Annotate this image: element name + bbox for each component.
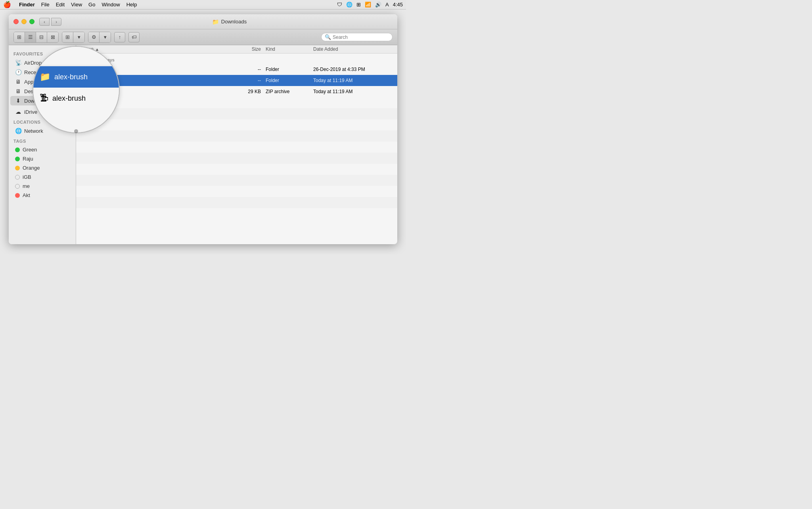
menu-file[interactable]: File xyxy=(41,2,50,8)
menu-go[interactable]: Go xyxy=(88,2,95,8)
sidebar-label-airdrop: AirDrop xyxy=(24,60,42,66)
sidebar-item-tag-raju[interactable]: Raju xyxy=(10,154,74,163)
sidebar-item-recents[interactable]: 🕐 Recents xyxy=(10,67,74,77)
col-size-header[interactable]: Size xyxy=(234,46,266,52)
view-list-btn[interactable]: ☰ xyxy=(25,32,36,42)
menu-edit[interactable]: Edit xyxy=(56,2,65,8)
traffic-lights xyxy=(13,19,34,24)
file-date-cell: Today at 11:19 AM xyxy=(313,78,393,83)
table-row-empty xyxy=(76,108,397,119)
tag-orange-dot xyxy=(15,166,20,170)
sidebar-label-tag-me: me xyxy=(23,183,30,189)
settings-btn-group: ⚙ ▾ xyxy=(88,32,111,43)
search-icon: 🔍 xyxy=(325,34,331,40)
back-button[interactable]: ‹ xyxy=(39,18,50,26)
view-columns-btn[interactable]: ⊟ xyxy=(36,32,47,42)
sidebar-item-tag-akt[interactable]: Akt xyxy=(10,191,74,200)
menu-window[interactable]: Window xyxy=(102,2,120,8)
table-row-empty xyxy=(76,197,397,208)
col-kind-header[interactable]: Kind xyxy=(266,46,313,52)
table-row-empty xyxy=(76,130,397,142)
file-size-cell: -- xyxy=(234,67,266,72)
search-input[interactable] xyxy=(333,34,389,40)
tag-btn[interactable]: 🏷 xyxy=(128,32,140,42)
apple-menu[interactable]: 🍎 xyxy=(3,1,11,8)
main-area: Favourites 📡 AirDrop 🕐 Recents 🖥 Applica… xyxy=(9,45,397,244)
sidebar-item-tag-me[interactable]: me xyxy=(10,182,74,191)
forward-button[interactable]: › xyxy=(51,18,61,26)
window-title: 📁 Downloads xyxy=(66,19,393,25)
file-size-cell: 29 KB xyxy=(234,89,266,94)
group-dropdown-btn[interactable]: ▾ xyxy=(73,32,84,42)
col-date-header[interactable]: Date Added xyxy=(313,46,393,52)
grid-icon[interactable]: ⊞ xyxy=(356,2,361,8)
maximize-button[interactable] xyxy=(29,19,34,24)
sidebar-item-idrive[interactable]: ☁ iDrive xyxy=(10,107,74,117)
table-row[interactable]: 🗜 alex-brush 29 KB ZIP archive Today at … xyxy=(76,86,397,97)
file-kind-cell: ZIP archive xyxy=(266,89,313,94)
sidebar-label-tag-orange: Orange xyxy=(23,165,40,171)
share-btn[interactable]: ↑ xyxy=(114,32,125,42)
file-kind-cell: Folder xyxy=(266,78,313,83)
group-btn[interactable]: ⊞ xyxy=(62,32,73,42)
minimize-button[interactable] xyxy=(21,19,27,24)
locations-section-title: Locations xyxy=(9,117,76,126)
sidebar-label-tag-igb: iGB xyxy=(23,174,31,180)
menu-view[interactable]: View xyxy=(71,2,82,8)
settings-dropdown-btn[interactable]: ▾ xyxy=(100,32,111,42)
sidebar-item-tag-green[interactable]: Green xyxy=(10,145,74,154)
sidebar-item-tag-igb[interactable]: iGB xyxy=(10,172,74,182)
nav-buttons: ‹ › xyxy=(39,18,61,26)
file-area: Name ▲ Size Kind Date Added Previous 7 D… xyxy=(76,45,397,244)
sidebar-item-downloads[interactable]: ⬇ Downloads xyxy=(10,96,74,105)
sidebar-label-tag-raju: Raju xyxy=(23,156,33,162)
file-name-cell: 📁 chen xyxy=(81,66,234,73)
menubar: 🍎 Finder File Edit View Go Window Help 🛡… xyxy=(0,0,406,10)
sidebar: Favourites 📡 AirDrop 🕐 Recents 🖥 Applica… xyxy=(9,45,76,244)
section-previous-days: Previous 7 Days xyxy=(76,54,397,64)
view-icon-btn[interactable]: ⊞ xyxy=(14,32,25,42)
col-name-header[interactable]: Name ▲ xyxy=(81,46,234,52)
table-row[interactable]: 📁 alex-brush -- Folder Today at 11:19 AM xyxy=(76,75,397,86)
wifi-icon[interactable]: 📶 xyxy=(365,2,371,8)
file-date-cell: Today at 11:19 AM xyxy=(313,89,393,94)
menu-help[interactable]: Help xyxy=(126,2,137,8)
sidebar-label-tag-akt: Akt xyxy=(23,192,30,198)
file-list: Previous 7 Days 📁 chen -- Folder 26-Dec-… xyxy=(76,54,397,244)
desktop-icon: 🖥 xyxy=(15,88,21,94)
recents-icon: 🕐 xyxy=(15,69,21,75)
close-button[interactable] xyxy=(13,19,19,24)
table-row-empty xyxy=(76,164,397,175)
group-btn-group: ⊞ ▾ xyxy=(62,32,85,43)
view-gallery-btn[interactable]: ⊠ xyxy=(47,32,58,42)
sidebar-item-desktop[interactable]: 🖥 Desktop xyxy=(10,86,74,96)
sidebar-item-airdrop[interactable]: 📡 AirDrop xyxy=(10,58,74,67)
file-name-cell: 📁 alex-brush xyxy=(81,77,234,84)
column-headers: Name ▲ Size Kind Date Added xyxy=(76,45,397,54)
keyboard-icon[interactable]: A xyxy=(385,2,389,8)
tag-igb-dot xyxy=(15,175,20,180)
volume-icon[interactable]: 🔊 xyxy=(375,2,381,8)
favourites-section-title: Favourites xyxy=(9,48,76,58)
file-date-cell: 26-Dec-2019 at 4:33 PM xyxy=(313,67,393,72)
finder-window: ‹ › 📁 Downloads ⊞ ☰ ⊟ ⊠ ⊞ ▾ ⚙ ▾ ↑ 🏷 🔍 xyxy=(9,14,397,244)
sidebar-item-applications[interactable]: 🖥 Applications xyxy=(10,77,74,86)
sidebar-item-tag-orange[interactable]: Orange xyxy=(10,163,74,172)
file-name-text: alex-brush xyxy=(91,78,115,84)
settings-btn[interactable]: ⚙ xyxy=(88,32,100,42)
menubar-right-icons: 🛡 🌐 ⊞ 📶 🔊 A 4:45 xyxy=(337,2,403,8)
file-name-text: alex-brush xyxy=(90,89,114,95)
search-box[interactable]: 🔍 xyxy=(321,33,393,41)
folder-icon: 📁 xyxy=(81,66,89,73)
network-icon: 🌐 xyxy=(15,128,21,134)
window-title-text: Downloads xyxy=(221,19,247,25)
table-row[interactable]: 📁 chen -- Folder 26-Dec-2019 at 4:33 PM xyxy=(76,64,397,75)
tag-akt-dot xyxy=(15,193,20,198)
world-icon[interactable]: 🌐 xyxy=(346,2,352,8)
tag-green-dot xyxy=(15,147,20,152)
sidebar-item-network[interactable]: 🌐 Network xyxy=(10,126,74,136)
sidebar-label-idrive: iDrive xyxy=(24,109,37,115)
airdrop-icon: 📡 xyxy=(15,59,21,66)
shield-icon[interactable]: 🛡 xyxy=(337,2,342,8)
menu-finder[interactable]: Finder xyxy=(19,2,35,8)
